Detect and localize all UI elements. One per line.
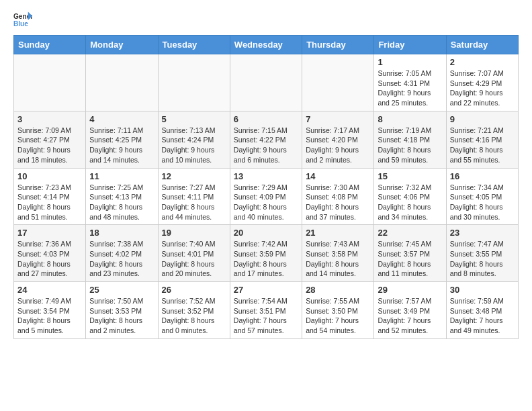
calendar-cell: 18Sunrise: 7:38 AM Sunset: 4:02 PM Dayli… [86, 225, 158, 282]
day-number: 24 [17, 285, 82, 295]
day-number: 22 [378, 228, 442, 238]
calendar-cell [14, 54, 86, 111]
calendar-cell [158, 54, 230, 111]
calendar-cell: 8Sunrise: 7:19 AM Sunset: 4:18 PM Daylig… [374, 111, 446, 168]
calendar-cell: 11Sunrise: 7:25 AM Sunset: 4:13 PM Dayli… [86, 168, 158, 225]
day-number: 13 [234, 171, 298, 181]
day-detail: Sunrise: 7:55 AM Sunset: 3:50 PM Dayligh… [306, 296, 370, 336]
calendar-cell: 17Sunrise: 7:36 AM Sunset: 4:03 PM Dayli… [14, 225, 86, 282]
weekday-header-friday: Friday [374, 36, 446, 54]
calendar-cell: 29Sunrise: 7:57 AM Sunset: 3:49 PM Dayli… [374, 282, 446, 339]
calendar-cell: 30Sunrise: 7:59 AM Sunset: 3:48 PM Dayli… [446, 282, 518, 339]
calendar-cell: 20Sunrise: 7:42 AM Sunset: 3:59 PM Dayli… [230, 225, 302, 282]
calendar-cell: 22Sunrise: 7:45 AM Sunset: 3:57 PM Dayli… [374, 225, 446, 282]
calendar-week-2: 3Sunrise: 7:09 AM Sunset: 4:27 PM Daylig… [14, 111, 519, 168]
calendar-week-4: 17Sunrise: 7:36 AM Sunset: 4:03 PM Dayli… [14, 225, 519, 282]
day-detail: Sunrise: 7:13 AM Sunset: 4:24 PM Dayligh… [162, 126, 226, 165]
day-detail: Sunrise: 7:38 AM Sunset: 4:02 PM Dayligh… [89, 239, 154, 279]
day-detail: Sunrise: 7:19 AM Sunset: 4:18 PM Dayligh… [378, 126, 442, 165]
calendar-cell: 1Sunrise: 7:05 AM Sunset: 4:31 PM Daylig… [374, 54, 446, 111]
day-number: 7 [306, 114, 370, 124]
day-number: 26 [162, 285, 226, 295]
logo: General Blue [13, 11, 32, 30]
day-detail: Sunrise: 7:32 AM Sunset: 4:06 PM Dayligh… [378, 183, 442, 222]
calendar-week-1: 1Sunrise: 7:05 AM Sunset: 4:31 PM Daylig… [14, 54, 519, 111]
weekday-header-monday: Monday [86, 36, 158, 54]
day-number: 19 [162, 228, 226, 238]
calendar-cell: 14Sunrise: 7:30 AM Sunset: 4:08 PM Dayli… [302, 168, 374, 225]
calendar-week-5: 24Sunrise: 7:49 AM Sunset: 3:54 PM Dayli… [14, 282, 519, 339]
day-number: 3 [17, 114, 82, 124]
calendar-cell: 16Sunrise: 7:34 AM Sunset: 4:05 PM Dayli… [446, 168, 518, 225]
calendar-cell: 27Sunrise: 7:54 AM Sunset: 3:51 PM Dayli… [230, 282, 302, 339]
calendar-cell: 26Sunrise: 7:52 AM Sunset: 3:52 PM Dayli… [158, 282, 230, 339]
day-detail: Sunrise: 7:43 AM Sunset: 3:58 PM Dayligh… [306, 239, 370, 279]
day-number: 2 [450, 57, 515, 67]
weekday-header-wednesday: Wednesday [230, 36, 302, 54]
day-detail: Sunrise: 7:07 AM Sunset: 4:29 PM Dayligh… [450, 68, 515, 108]
day-detail: Sunrise: 7:59 AM Sunset: 3:48 PM Dayligh… [450, 296, 515, 336]
day-detail: Sunrise: 7:57 AM Sunset: 3:49 PM Dayligh… [378, 296, 442, 336]
day-number: 1 [378, 57, 442, 67]
day-detail: Sunrise: 7:45 AM Sunset: 3:57 PM Dayligh… [378, 239, 442, 279]
day-number: 23 [450, 228, 515, 238]
day-number: 29 [378, 285, 442, 295]
day-detail: Sunrise: 7:27 AM Sunset: 4:11 PM Dayligh… [162, 183, 226, 222]
day-number: 30 [450, 285, 515, 295]
calendar-cell: 5Sunrise: 7:13 AM Sunset: 4:24 PM Daylig… [158, 111, 230, 168]
day-detail: Sunrise: 7:49 AM Sunset: 3:54 PM Dayligh… [17, 296, 82, 336]
day-number: 28 [306, 285, 370, 295]
page-header: General Blue [13, 11, 519, 30]
day-detail: Sunrise: 7:52 AM Sunset: 3:52 PM Dayligh… [162, 296, 226, 336]
day-number: 11 [89, 171, 154, 181]
day-number: 5 [162, 114, 226, 124]
day-number: 20 [234, 228, 298, 238]
day-number: 25 [89, 285, 154, 295]
calendar-cell: 13Sunrise: 7:29 AM Sunset: 4:09 PM Dayli… [230, 168, 302, 225]
day-detail: Sunrise: 7:25 AM Sunset: 4:13 PM Dayligh… [89, 183, 154, 222]
calendar-cell: 15Sunrise: 7:32 AM Sunset: 4:06 PM Dayli… [374, 168, 446, 225]
day-number: 21 [306, 228, 370, 238]
weekday-header-tuesday: Tuesday [158, 36, 230, 54]
day-number: 17 [17, 228, 82, 238]
day-number: 18 [89, 228, 154, 238]
day-detail: Sunrise: 7:29 AM Sunset: 4:09 PM Dayligh… [234, 183, 298, 222]
day-detail: Sunrise: 7:21 AM Sunset: 4:16 PM Dayligh… [450, 126, 515, 165]
day-detail: Sunrise: 7:23 AM Sunset: 4:14 PM Dayligh… [17, 183, 82, 222]
day-number: 15 [378, 171, 442, 181]
logo-icon: General Blue [13, 11, 32, 30]
day-detail: Sunrise: 7:15 AM Sunset: 4:22 PM Dayligh… [234, 126, 298, 165]
day-number: 8 [378, 114, 442, 124]
calendar-week-3: 10Sunrise: 7:23 AM Sunset: 4:14 PM Dayli… [14, 168, 519, 225]
day-detail: Sunrise: 7:17 AM Sunset: 4:20 PM Dayligh… [306, 126, 370, 165]
day-number: 4 [89, 114, 154, 124]
day-number: 9 [450, 114, 515, 124]
day-number: 27 [234, 285, 298, 295]
day-number: 6 [234, 114, 298, 124]
calendar-cell: 12Sunrise: 7:27 AM Sunset: 4:11 PM Dayli… [158, 168, 230, 225]
day-detail: Sunrise: 7:40 AM Sunset: 4:01 PM Dayligh… [162, 239, 226, 279]
calendar-cell: 23Sunrise: 7:47 AM Sunset: 3:55 PM Dayli… [446, 225, 518, 282]
calendar-table: SundayMondayTuesdayWednesdayThursdayFrid… [13, 35, 519, 339]
day-number: 10 [17, 171, 82, 181]
calendar-cell [86, 54, 158, 111]
day-detail: Sunrise: 7:36 AM Sunset: 4:03 PM Dayligh… [17, 239, 82, 279]
calendar-cell [302, 54, 374, 111]
weekday-header-sunday: Sunday [14, 36, 86, 54]
day-detail: Sunrise: 7:42 AM Sunset: 3:59 PM Dayligh… [234, 239, 298, 279]
day-detail: Sunrise: 7:34 AM Sunset: 4:05 PM Dayligh… [450, 183, 515, 222]
calendar-cell [230, 54, 302, 111]
calendar-cell: 24Sunrise: 7:49 AM Sunset: 3:54 PM Dayli… [14, 282, 86, 339]
day-number: 14 [306, 171, 370, 181]
day-detail: Sunrise: 7:11 AM Sunset: 4:25 PM Dayligh… [89, 126, 154, 165]
day-number: 16 [450, 171, 515, 181]
calendar-cell: 4Sunrise: 7:11 AM Sunset: 4:25 PM Daylig… [86, 111, 158, 168]
day-detail: Sunrise: 7:05 AM Sunset: 4:31 PM Dayligh… [378, 68, 442, 108]
calendar-cell: 21Sunrise: 7:43 AM Sunset: 3:58 PM Dayli… [302, 225, 374, 282]
calendar-cell: 6Sunrise: 7:15 AM Sunset: 4:22 PM Daylig… [230, 111, 302, 168]
svg-text:Blue: Blue [13, 20, 28, 28]
weekday-header-thursday: Thursday [302, 36, 374, 54]
calendar-cell: 10Sunrise: 7:23 AM Sunset: 4:14 PM Dayli… [14, 168, 86, 225]
calendar-cell: 7Sunrise: 7:17 AM Sunset: 4:20 PM Daylig… [302, 111, 374, 168]
calendar-cell: 25Sunrise: 7:50 AM Sunset: 3:53 PM Dayli… [86, 282, 158, 339]
